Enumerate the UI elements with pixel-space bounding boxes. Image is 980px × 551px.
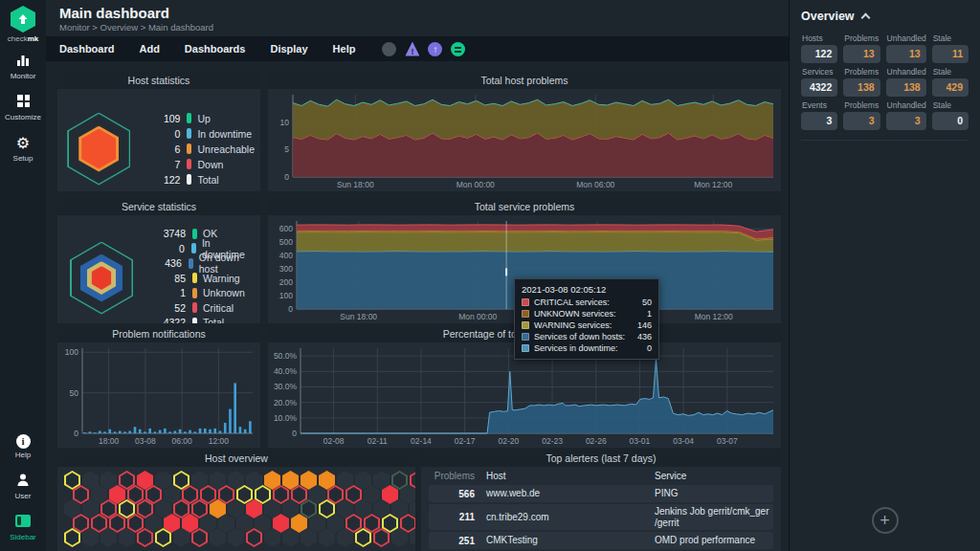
- checkmk-logo-icon: [11, 6, 35, 33]
- tooltip-rows: CRITICAL services:50UNKNOWN services:1WA…: [522, 298, 652, 353]
- legend-swatch: [192, 288, 197, 298]
- legend-value: 3748: [145, 228, 186, 239]
- checkmk-update-icon[interactable]: [428, 42, 442, 56]
- legend-value: 436: [145, 257, 182, 269]
- svg-text:02-23: 02-23: [542, 436, 563, 446]
- legend-swatch: [187, 113, 191, 123]
- legend-row[interactable]: 7Down: [140, 157, 255, 172]
- monitor-icon: [0, 53, 46, 70]
- overview-cell-value[interactable]: 138: [843, 78, 880, 97]
- svg-text:40.0%: 40.0%: [274, 366, 298, 376]
- overview-cell: Unhandled138: [886, 64, 926, 97]
- menu-item-dashboard[interactable]: Dashboard: [59, 43, 114, 55]
- overview-cell-value[interactable]: 4322: [801, 78, 837, 97]
- menu-item-help[interactable]: Help: [333, 43, 356, 55]
- breadcrumb[interactable]: Monitor > Overview > Main dashboard: [59, 22, 789, 33]
- legend-row[interactable]: 1Unknown: [145, 285, 255, 300]
- cell-host[interactable]: CMKTesting: [486, 535, 645, 546]
- legend-row[interactable]: 4322Total: [145, 315, 255, 323]
- svg-text:10: 10: [280, 118, 290, 127]
- table-row[interactable]: 566www.web.dePING: [429, 485, 773, 502]
- chevron-up-icon: [860, 13, 870, 23]
- add-snapin-button[interactable]: +: [872, 507, 899, 534]
- cell-problems: 211: [429, 512, 477, 522]
- column-header[interactable]: Host: [486, 471, 645, 482]
- table-header-row: ProblemsHostService: [429, 469, 773, 483]
- host-overview-hex-grid: [57, 467, 415, 551]
- overview-cell-value[interactable]: 0: [932, 112, 969, 130]
- legend-row[interactable]: 0In downtime: [140, 126, 255, 142]
- sidebar-item-label: Sidebar: [0, 533, 46, 541]
- legend-row[interactable]: 6Unreachable: [140, 142, 255, 157]
- tooltip-row: CRITICAL services:50: [522, 298, 652, 307]
- cell-service[interactable]: PING: [655, 488, 773, 499]
- legend-row[interactable]: 436On down host: [145, 255, 255, 271]
- agent-status-icon[interactable]: [451, 42, 465, 56]
- overview-cell-value[interactable]: 11: [932, 45, 969, 63]
- logo-text: checkmk: [8, 34, 38, 43]
- overview-cell-value[interactable]: 3: [843, 112, 880, 130]
- svg-text:200: 200: [279, 277, 293, 287]
- svg-text:02-17: 02-17: [455, 436, 476, 446]
- overview-cell: Unhandled3: [886, 98, 926, 130]
- checkmk-logo[interactable]: checkmk: [8, 0, 38, 45]
- overview-cell-value[interactable]: 122: [801, 45, 837, 63]
- overview-cell-value[interactable]: 3: [801, 112, 837, 130]
- host-statistics-legend: 109Up0In downtime6Unreachable7Down122Tot…: [140, 111, 260, 187]
- overview-cell-label: Problems: [844, 33, 880, 43]
- overview-cell: Stale0: [932, 98, 969, 130]
- menu-item-display[interactable]: Display: [270, 43, 307, 55]
- legend-swatch: [187, 128, 191, 139]
- overview-cell-value[interactable]: 13: [843, 45, 880, 63]
- overview-cell-value[interactable]: 3: [886, 112, 926, 130]
- overview-cell-label: Hosts: [802, 33, 837, 43]
- svg-text:Mon 06:00: Mon 06:00: [576, 180, 614, 189]
- legend-row[interactable]: 52Critical: [145, 300, 255, 316]
- logo-text-light: check: [8, 34, 28, 43]
- column-header[interactable]: Service: [655, 471, 773, 482]
- tooltip-label: CRITICAL services:: [534, 298, 642, 307]
- table-row[interactable]: 251CMKTestingOMD prod performance: [429, 532, 773, 549]
- cell-host[interactable]: cn.tribe29.com: [486, 512, 645, 523]
- svg-text:Sun 18:00: Sun 18:00: [340, 312, 377, 321]
- cell-service[interactable]: Jenkins Job gerrit/cmk_ger /gerrit: [655, 506, 773, 528]
- legend-row[interactable]: 109Up: [140, 111, 255, 126]
- menu-item-add[interactable]: Add: [139, 43, 159, 55]
- column-header[interactable]: Problems: [429, 471, 477, 481]
- cell-service[interactable]: OMD prod performance: [655, 535, 773, 546]
- legend-label: Warning: [203, 273, 240, 284]
- service-statistics-legend: 3748OK0In downtime436On down host85Warni…: [145, 226, 260, 323]
- right-sidebar: Overview Hosts122Problems13Unhandled13St…: [789, 0, 980, 551]
- service-statistics-hexagon[interactable]: [57, 242, 145, 315]
- sidebar-item-customize[interactable]: Customize: [0, 86, 46, 127]
- sidebar-item-monitor[interactable]: Monitor: [0, 45, 46, 86]
- legend-row[interactable]: 122Total: [140, 172, 255, 187]
- tooltip-label: Services of down hosts:: [534, 332, 637, 342]
- overview-snapin-header[interactable]: Overview: [801, 10, 969, 23]
- table-row[interactable]: 211cn.tribe29.comJenkins Job gerrit/cmk_…: [429, 504, 773, 530]
- tooltip-label: UNKNOWN services:: [534, 309, 647, 319]
- host-statistics-hexagon[interactable]: [57, 113, 140, 186]
- legend-label: Critical: [203, 302, 234, 314]
- sidebar-item-user[interactable]: User: [0, 465, 46, 506]
- overview-cell-value[interactable]: 13: [886, 45, 926, 63]
- svg-text:500: 500: [279, 237, 293, 247]
- svg-text:0: 0: [74, 429, 78, 438]
- sidebar-item-setup[interactable]: ⚙ Setup: [0, 127, 46, 168]
- host-problems-chart[interactable]: 0510Sun 18:00Mon 00:00Mon 06:00Mon 12:00: [268, 89, 781, 191]
- notifications-chart[interactable]: 05010018:0003-0806:0012:00: [57, 342, 260, 448]
- overview-cell-value[interactable]: 429: [932, 78, 969, 97]
- cell-host[interactable]: www.web.de: [486, 488, 645, 499]
- chart-tooltip: 2021-03-08 02:05:12 CRITICAL services:50…: [514, 278, 659, 360]
- svg-text:02-11: 02-11: [368, 436, 388, 446]
- menu-item-dashboards[interactable]: Dashboards: [185, 43, 246, 55]
- svg-text:10.0%: 10.0%: [274, 413, 298, 423]
- warning-triangle-icon[interactable]: [405, 42, 419, 56]
- sidebar-item-sidebar-toggle[interactable]: Sidebar: [0, 506, 46, 551]
- svg-text:50: 50: [70, 388, 79, 398]
- overview-cell-value[interactable]: 138: [886, 78, 926, 97]
- filter-icon[interactable]: [382, 42, 396, 56]
- legend-label: In downtime: [197, 128, 252, 140]
- sidebar-item-help[interactable]: i Help: [0, 424, 46, 465]
- menu-icons: [382, 42, 465, 56]
